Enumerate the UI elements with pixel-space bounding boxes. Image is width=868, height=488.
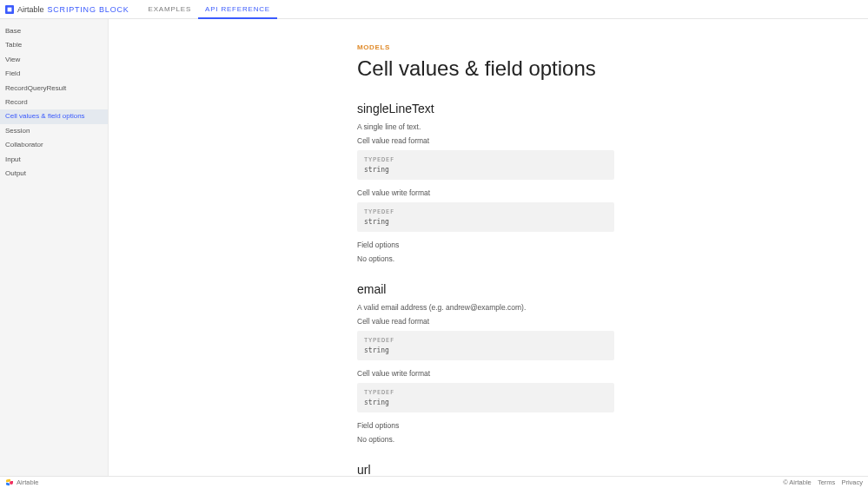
models-eyebrow: MODELS [357,43,844,51]
sidebar-item-field[interactable]: Field [0,67,108,81]
section-desc-singlelinetext: A single line of text. [357,122,844,131]
brand-name: Airtable [17,5,44,14]
main-content[interactable]: MODELS Cell values & field options singl… [109,19,868,476]
footer: Airtable © Airtable Terms Privacy [0,476,868,488]
no-options-text: No options. [357,435,844,444]
sidebar-item-collaborator[interactable]: Collaborator [0,138,108,152]
typedef-code: string [364,218,607,226]
tab-api-reference[interactable]: API REFERENCE [198,0,277,19]
sidebar-item-session[interactable]: Session [0,124,108,138]
section-heading-email: email [357,282,844,296]
field-options-label: Field options [357,241,844,249]
write-format-label: Cell value write format [357,369,844,378]
footer-brand[interactable]: Airtable [17,478,38,486]
section-heading-singlelinetext: singleLineText [357,102,844,115]
layout: Base Table View Field RecordQueryResult … [0,19,868,476]
code-block: TYPEDEF string [357,331,614,360]
write-format-label: Cell value write format [357,188,844,197]
field-options-label: Field options [357,421,844,430]
sidebar: Base Table View Field RecordQueryResult … [0,19,109,476]
topbar: Airtable SCRIPTING BLOCK EXAMPLES API RE… [0,0,868,19]
code-block: TYPEDEF string [357,150,614,180]
page-title: Cell values & field options [357,56,844,81]
read-format-label: Cell value read format [357,136,844,145]
code-block: TYPEDEF string [357,202,614,232]
sidebar-item-base[interactable]: Base [0,24,108,38]
typedef-code: string [364,166,607,174]
svg-rect-0 [8,7,12,11]
tab-examples[interactable]: EXAMPLES [142,0,199,19]
code-block: TYPEDEF string [357,383,614,412]
section-desc-email: A valid email address (e.g. andrew@examp… [357,303,844,312]
scripting-block-title[interactable]: SCRIPTING BLOCK [48,5,129,14]
footer-link-privacy[interactable]: Privacy [841,478,863,486]
no-options-text: No options. [357,254,844,263]
typedef-code: string [364,399,607,406]
airtable-logo-icon [5,5,14,14]
read-format-label: Cell value read format [357,317,844,326]
typedef-label: TYPEDEF [364,337,607,344]
footer-copyright: © Airtable [783,478,812,486]
sidebar-item-table[interactable]: Table [0,38,108,52]
typedef-label: TYPEDEF [364,156,607,163]
sidebar-item-view[interactable]: View [0,53,108,67]
sidebar-item-output[interactable]: Output [0,167,108,181]
airtable-swirl-icon [5,478,14,487]
sidebar-item-cell-values[interactable]: Cell values & field options [0,109,108,123]
typedef-label: TYPEDEF [364,389,607,396]
sidebar-item-recordqueryresult[interactable]: RecordQueryResult [0,82,108,96]
typedef-label: TYPEDEF [364,208,607,215]
footer-link-terms[interactable]: Terms [818,478,835,486]
typedef-code: string [364,346,607,354]
sidebar-item-record[interactable]: Record [0,96,108,109]
section-heading-url: url [357,463,844,476]
sidebar-item-input[interactable]: Input [0,153,108,167]
